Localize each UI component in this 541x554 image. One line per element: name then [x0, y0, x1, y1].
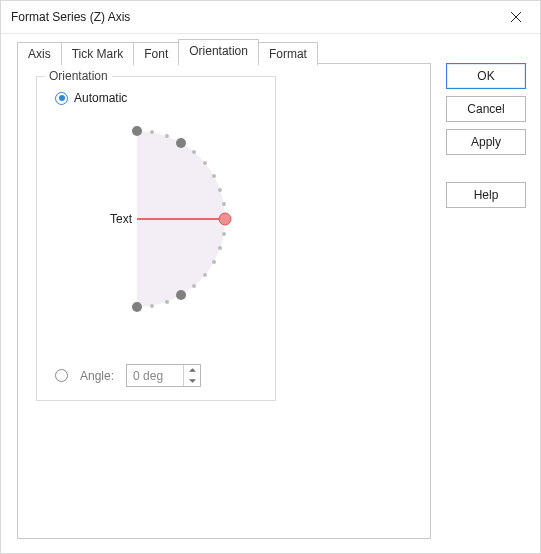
svg-point-14	[218, 246, 222, 250]
angle-option-row: Angle:	[55, 364, 201, 387]
apply-button[interactable]: Apply	[446, 129, 526, 155]
angle-input[interactable]	[127, 365, 183, 386]
svg-point-16	[203, 273, 207, 277]
orientation-dial[interactable]: Text	[77, 119, 242, 319]
svg-point-5	[176, 290, 186, 300]
angle-spin-up[interactable]	[184, 365, 200, 376]
close-icon	[511, 12, 521, 22]
svg-point-19	[150, 304, 154, 308]
tab-format[interactable]: Format	[258, 42, 318, 65]
angle-spin-buttons	[183, 365, 200, 386]
orientation-group: Orientation Automatic	[36, 76, 276, 401]
tab-font[interactable]: Font	[133, 42, 179, 65]
svg-marker-23	[189, 379, 196, 383]
svg-point-6	[150, 130, 154, 134]
dial-preview-text: Text	[110, 212, 133, 226]
svg-point-2	[132, 126, 142, 136]
tab-tick-mark[interactable]: Tick Mark	[61, 42, 135, 65]
orientation-dial-graphic: Text	[77, 119, 242, 319]
dialog-button-column: OK Cancel Apply Help	[446, 63, 526, 215]
angle-spin-down[interactable]	[184, 376, 200, 387]
tab-panel-orientation: Orientation Automatic	[17, 63, 431, 539]
window-title: Format Series (Z) Axis	[11, 10, 130, 24]
tab-axis[interactable]: Axis	[17, 42, 62, 65]
svg-point-15	[212, 260, 216, 264]
angle-radio[interactable]	[55, 369, 68, 382]
client-area: Axis Tick Mark Font Orientation Format O…	[1, 33, 540, 553]
angle-radio-label[interactable]: Angle:	[80, 369, 114, 383]
tab-strip: Axis Tick Mark Font Orientation Format	[17, 41, 317, 64]
dialog-window: Format Series (Z) Axis Axis Tick Mark Fo…	[0, 0, 541, 554]
svg-point-9	[203, 161, 207, 165]
orientation-group-title: Orientation	[45, 69, 112, 83]
automatic-option-row: Automatic	[55, 91, 127, 105]
help-button[interactable]: Help	[446, 182, 526, 208]
svg-point-10	[212, 174, 216, 178]
svg-marker-22	[189, 369, 196, 373]
svg-point-7	[165, 134, 169, 138]
automatic-radio[interactable]	[55, 92, 68, 105]
close-button[interactable]	[496, 3, 536, 31]
chevron-up-icon	[189, 368, 196, 372]
svg-point-4	[132, 302, 142, 312]
chevron-down-icon	[189, 379, 196, 383]
svg-point-18	[165, 300, 169, 304]
tab-orientation[interactable]: Orientation	[178, 39, 259, 64]
cancel-button[interactable]: Cancel	[446, 96, 526, 122]
title-bar: Format Series (Z) Axis	[1, 1, 540, 34]
svg-point-17	[192, 284, 196, 288]
svg-point-11	[218, 188, 222, 192]
svg-point-12	[222, 202, 226, 206]
automatic-radio-label[interactable]: Automatic	[74, 91, 127, 105]
ok-button[interactable]: OK	[446, 63, 526, 89]
svg-point-13	[222, 232, 226, 236]
svg-point-21	[219, 213, 231, 225]
svg-point-3	[176, 138, 186, 148]
svg-point-8	[192, 150, 196, 154]
angle-spinbox[interactable]	[126, 364, 201, 387]
